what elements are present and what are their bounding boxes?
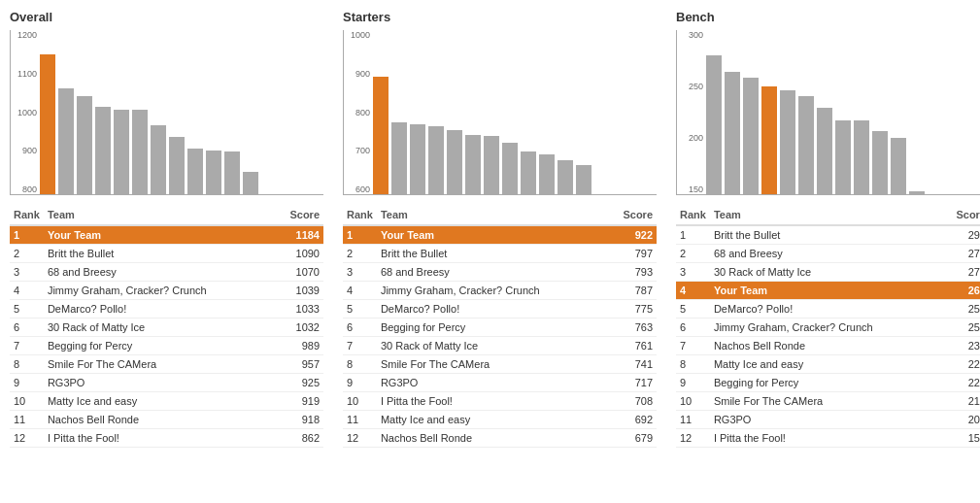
starters-bar-8 xyxy=(502,143,518,194)
rank-cell: 9 xyxy=(676,374,710,392)
rank-cell: 8 xyxy=(343,355,377,374)
team-cell: Begging for Percy xyxy=(377,319,613,337)
overall-yaxis: 120011001000900800 xyxy=(11,30,40,194)
overall-bar-9 xyxy=(187,149,203,194)
bench-bar-3 xyxy=(743,78,759,194)
table-row: 4Jimmy Graham, Cracker? Crunch787 xyxy=(343,282,657,300)
table-row: 368 and Breesy1070 xyxy=(10,263,323,282)
team-cell: Your Team xyxy=(44,225,280,245)
score-cell: 208 xyxy=(946,411,980,429)
bench-bars xyxy=(706,30,980,194)
rank-cell: 8 xyxy=(676,355,710,374)
team-cell: Jimmy Graham, Cracker? Crunch xyxy=(710,319,946,337)
table-row: 7Nachos Bell Ronde239 xyxy=(676,337,980,355)
score-cell: 793 xyxy=(613,263,657,282)
rank-cell: 1 xyxy=(676,225,710,245)
bench-bar-7 xyxy=(817,108,832,194)
starters-bar-12 xyxy=(576,165,591,194)
rank-cell: 10 xyxy=(676,392,710,411)
table-row: 6Jimmy Graham, Cracker? Crunch251 xyxy=(676,319,980,337)
rank-cell: 7 xyxy=(10,337,44,355)
table-row: 9Begging for Percy226 xyxy=(676,374,980,392)
score-cell: 261 xyxy=(946,282,980,300)
score-cell: 925 xyxy=(280,374,323,392)
bench-yaxis: 300250200150 xyxy=(677,30,706,194)
starters-bar-6 xyxy=(465,135,481,194)
rank-cell: 2 xyxy=(676,245,710,263)
table-row: 10I Pitta the Fool!708 xyxy=(343,392,657,411)
bench-bar-12 xyxy=(909,191,925,194)
starters-bar-2 xyxy=(391,122,407,194)
score-cell: 1070 xyxy=(280,263,323,282)
overall-bar-10 xyxy=(206,151,221,194)
score-cell: 239 xyxy=(946,337,980,355)
team-cell: 30 Rack of Matty Ice xyxy=(377,337,613,355)
bench-bar-9 xyxy=(854,120,869,194)
table-row: 2Britt the Bullet797 xyxy=(343,245,657,263)
team-cell: Matty Ice and easy xyxy=(44,392,280,411)
team-cell: Nachos Bell Ronde xyxy=(710,337,946,355)
team-cell: DeMarco? Pollo! xyxy=(377,300,613,319)
team-cell: Matty Ice and easy xyxy=(710,355,946,374)
overall-bar-3 xyxy=(77,96,92,194)
overall-col-score: Score xyxy=(280,205,323,225)
overall-bar-11 xyxy=(224,151,240,194)
bench-title: Bench xyxy=(676,10,980,24)
table-row: 12I Pitta the Fool!862 xyxy=(10,429,323,448)
score-cell: 692 xyxy=(613,411,657,429)
table-row: 2Britt the Bullet1090 xyxy=(10,245,323,263)
score-cell: 257 xyxy=(946,300,980,319)
rank-cell: 12 xyxy=(343,429,377,448)
score-cell: 989 xyxy=(280,337,323,355)
team-cell: DeMarco? Pollo! xyxy=(710,300,946,319)
score-cell: 717 xyxy=(613,374,657,392)
team-cell: Nachos Bell Ronde xyxy=(44,411,280,429)
score-cell: 153 xyxy=(946,429,980,448)
team-cell: Britt the Bullet xyxy=(710,225,946,245)
score-cell: 957 xyxy=(280,355,323,374)
rank-cell: 5 xyxy=(343,300,377,319)
table-row: 330 Rack of Matty Ice270 xyxy=(676,263,980,282)
starters-col-score: Score xyxy=(613,205,657,225)
table-row: 730 Rack of Matty Ice761 xyxy=(343,337,657,355)
table-row: 9RG3PO925 xyxy=(10,374,323,392)
score-cell: 741 xyxy=(613,355,657,374)
rank-cell: 3 xyxy=(676,263,710,282)
team-cell: Smile For The CAMera xyxy=(44,355,280,374)
section-overall: Overall120011001000900800RankTeamScore1Y… xyxy=(10,10,323,448)
table-row: 4Jimmy Graham, Cracker? Crunch1039 xyxy=(10,282,323,300)
overall-bar-5 xyxy=(114,110,129,194)
starters-yaxis: 1000900800700600 xyxy=(344,30,373,194)
bench-col-score: Score xyxy=(946,205,980,225)
team-cell: 68 and Breesy xyxy=(377,263,613,282)
bench-chart: 300250200150 xyxy=(676,30,980,195)
table-row: 630 Rack of Matty Ice1032 xyxy=(10,319,323,337)
overall-bar-1 xyxy=(40,54,55,194)
overall-bar-6 xyxy=(132,110,148,194)
table-row: 12Nachos Bell Ronde679 xyxy=(343,429,657,448)
starters-col-rank: Rank xyxy=(343,205,377,225)
starters-bar-10 xyxy=(539,154,555,194)
team-cell: I Pitta the Fool! xyxy=(377,392,613,411)
score-cell: 1090 xyxy=(280,245,323,263)
team-cell: Begging for Percy xyxy=(710,374,946,392)
overall-bar-4 xyxy=(95,107,111,194)
score-cell: 761 xyxy=(613,337,657,355)
overall-bar-8 xyxy=(169,137,185,194)
starters-bar-4 xyxy=(428,126,444,194)
overall-bar-12 xyxy=(243,172,258,194)
score-cell: 708 xyxy=(613,392,657,411)
team-cell: Britt the Bullet xyxy=(44,245,280,263)
team-cell: I Pitta the Fool! xyxy=(710,429,946,448)
starters-bar-7 xyxy=(484,136,499,194)
rank-cell: 11 xyxy=(10,411,44,429)
score-cell: 787 xyxy=(613,282,657,300)
table-row: 1Britt the Bullet293 xyxy=(676,225,980,245)
starters-bar-3 xyxy=(410,124,425,194)
rank-cell: 5 xyxy=(10,300,44,319)
team-cell: RG3PO xyxy=(377,374,613,392)
score-cell: 1184 xyxy=(280,225,323,245)
rank-cell: 4 xyxy=(676,282,710,300)
table-row: 1Your Team1184 xyxy=(10,225,323,245)
score-cell: 215 xyxy=(946,392,980,411)
